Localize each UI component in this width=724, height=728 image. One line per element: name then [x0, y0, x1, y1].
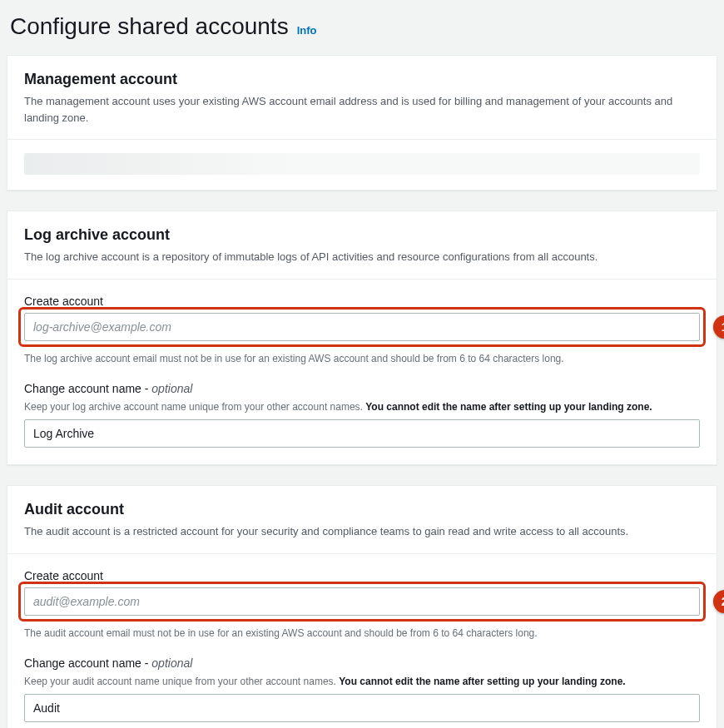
audit-email-help: The audit account email must not be in u… [24, 626, 700, 641]
audit-name-help-pre: Keep your audit account name unique from… [24, 676, 339, 687]
audit-email-group: Create account 2 The audit account email… [24, 569, 700, 641]
audit-body: Create account 2 The audit account email… [7, 554, 717, 728]
log-archive-name-label-text: Change account name - [24, 382, 151, 395]
audit-name-help-bold: You cannot edit the name after setting u… [339, 676, 625, 687]
log-archive-create-label: Create account [24, 295, 700, 308]
optional-label: optional [151, 656, 192, 670]
management-heading: Management account [24, 71, 700, 88]
log-archive-panel-header: Log archive account The log archive acco… [7, 211, 717, 280]
log-archive-heading: Log archive account [24, 226, 700, 244]
log-archive-name-help: Keep your log archive account name uniqu… [24, 400, 700, 414]
management-loading-placeholder [24, 153, 700, 175]
audit-name-label-text: Change account name - [24, 656, 151, 670]
log-archive-name-label: Change account name - optional [24, 382, 700, 395]
callout-box-2: 2 [18, 582, 706, 622]
log-archive-name-group: Change account name - optional Keep your… [24, 382, 700, 448]
audit-panel-header: Audit account The audit account is a res… [7, 486, 717, 554]
log-archive-panel: Log archive account The log archive acco… [7, 210, 717, 465]
page-title: Configure shared accounts [10, 13, 289, 40]
audit-name-group: Change account name - optional Keep your… [24, 656, 700, 722]
audit-heading: Audit account [24, 501, 700, 518]
page-header: Configure shared accounts Info [0, 0, 724, 55]
audit-description: The audit account is a restricted accoun… [24, 523, 700, 540]
audit-name-label: Change account name - optional [24, 656, 700, 670]
audit-create-label: Create account [24, 569, 700, 582]
log-archive-email-group: Create account 1 The log archive account… [24, 295, 700, 366]
management-panel-header: Management account The management accoun… [7, 56, 717, 140]
audit-panel: Audit account The audit account is a res… [7, 485, 717, 728]
log-archive-email-input[interactable] [24, 313, 700, 341]
log-archive-name-help-pre: Keep your log archive account name uniqu… [24, 401, 365, 413]
info-link[interactable]: Info [297, 24, 317, 37]
audit-name-input[interactable] [24, 694, 700, 722]
audit-email-input[interactable] [24, 587, 700, 616]
callout-badge-1: 1 [713, 315, 724, 339]
log-archive-email-help: The log archive account email must not b… [24, 352, 700, 366]
audit-name-help: Keep your audit account name unique from… [24, 675, 700, 689]
management-description: The management account uses your existin… [24, 93, 700, 126]
log-archive-name-help-bold: You cannot edit the name after setting u… [365, 401, 652, 413]
optional-label: optional [151, 382, 192, 395]
log-archive-body: Create account 1 The log archive account… [7, 280, 717, 465]
management-account-panel: Management account The management accoun… [7, 55, 717, 191]
log-archive-name-input[interactable] [24, 419, 700, 448]
callout-badge-2: 2 [713, 590, 724, 613]
log-archive-description: The log archive account is a repository … [24, 249, 700, 265]
callout-box-1: 1 [18, 307, 706, 347]
